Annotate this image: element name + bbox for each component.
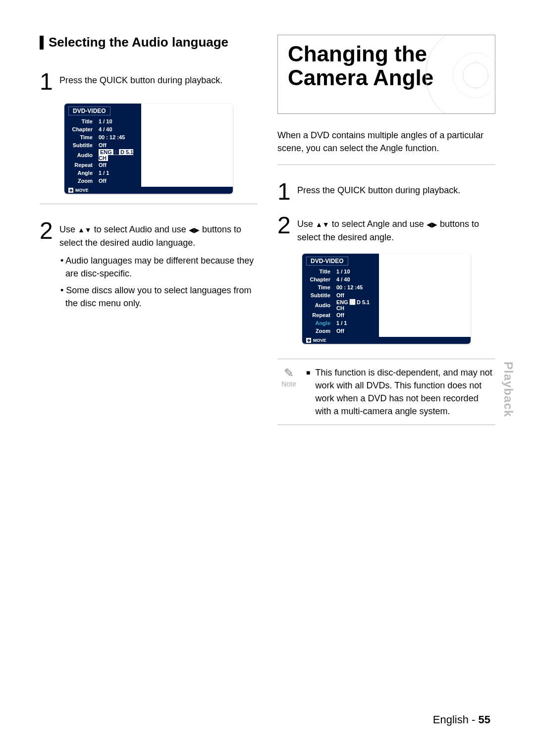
step-number: 1	[277, 180, 297, 204]
step-text-fragment: Use	[297, 219, 316, 229]
bullet-item: • Some discs allow you to select languag…	[59, 284, 258, 310]
note-body: ■ This function is disc-dependent, and m…	[306, 366, 495, 418]
two-column-layout: Selecting the Audio language 1 Press the…	[40, 35, 495, 425]
osd-row-value: Off	[96, 141, 143, 149]
osd-row: Title1 / 10	[68, 117, 143, 125]
step-2: 2 Use ▲▼ to select Audio and use ◀▶ butt…	[40, 219, 258, 314]
osd-header: DVD-VIDEO	[306, 257, 348, 266]
footer-language: English	[433, 713, 469, 726]
right-column: Changing the Camera Angle When a DVD con…	[277, 35, 495, 425]
step-text: Press the QUICK button during playback.	[297, 180, 460, 197]
bullet-text: Audio languages may be different because…	[65, 256, 254, 278]
osd-row-key: Repeat	[68, 161, 96, 169]
osd-row: Chapter4 / 40	[306, 275, 380, 283]
osd-row-key: Chapter	[306, 275, 333, 283]
step-2: 2 Use ▲▼ to select Angle and use ◀▶ butt…	[277, 214, 495, 244]
step-text-fragment: to select Audio and use	[92, 224, 189, 234]
osd-row-value: 00 : 12 :45	[333, 283, 380, 291]
bullet-item: • Audio languages may be different becau…	[59, 254, 258, 280]
osd-row: RepeatOff	[68, 161, 143, 169]
osd-row-value: ENG 🅳 D 5.1 CH	[333, 299, 380, 311]
osd-row-key: Audio	[68, 149, 96, 161]
osd-row: ZoomOff	[68, 177, 143, 185]
osd-row-value: 1 / 10	[96, 117, 143, 125]
step-number: 2	[277, 214, 297, 237]
heading-text: Selecting the Audio language	[49, 35, 228, 50]
osd-row-key: Time	[306, 283, 333, 291]
section-divider	[277, 164, 495, 165]
note-text: This function is disc-dependent, and may…	[315, 366, 495, 418]
left-column: Selecting the Audio language 1 Press the…	[40, 35, 258, 425]
pencil-note-icon: ✎	[277, 366, 300, 380]
osd-row-value: 00 : 12 :45	[96, 133, 143, 141]
intro-text: When a DVD contains multiple angles of a…	[277, 129, 495, 155]
osd-panel-angle: DVD-VIDEO Title1 / 10Chapter4 / 40Time00…	[302, 254, 471, 344]
step-text: Press the QUICK button during playback.	[59, 70, 222, 87]
up-down-arrows-icon: ▲▼	[316, 220, 329, 228]
osd-row-key: Title	[68, 117, 96, 125]
step-text: Use ▲▼ to select Angle and use ◀▶ button…	[297, 214, 495, 244]
osd-row-value: Off	[96, 161, 143, 169]
osd-move-hint: ✥ MOVE	[302, 337, 471, 344]
step-1: 1 Press the QUICK button during playback…	[40, 70, 258, 94]
disc-decoration-icon	[426, 35, 495, 114]
page-footer: English - 55	[433, 713, 490, 726]
osd-row-value: 1 / 1	[96, 169, 143, 177]
osd-row-value: 1 / 1	[333, 319, 380, 327]
page-number: 55	[479, 713, 490, 726]
osd-row: Chapter4 / 40	[68, 125, 143, 133]
osd-row: SubtitleOff	[68, 141, 143, 149]
osd-row-key: Title	[306, 268, 333, 275]
square-bullet-icon: ■	[306, 366, 310, 418]
osd-row-key: Audio	[306, 299, 333, 311]
osd-table: Title1 / 10Chapter4 / 40Time00 : 12 :45S…	[68, 117, 143, 185]
step-1: 1 Press the QUICK button during playback…	[277, 180, 495, 204]
section-tab: Playback	[501, 362, 515, 417]
osd-row-key: Subtitle	[68, 141, 96, 149]
osd-row-value: Off	[333, 311, 380, 319]
osd-move-hint: ✥ MOVE	[64, 187, 233, 194]
osd-panel-audio: DVD-VIDEO Title1 / 10Chapter4 / 40Time00…	[64, 104, 233, 194]
osd-row-key: Angle	[68, 169, 96, 177]
step-text-fragment: to select Angle and use	[329, 219, 427, 229]
osd-row-value: 4 / 40	[333, 275, 380, 283]
osd-row: AudioENG 🅳 D 5.1 CH	[306, 299, 380, 311]
osd-row-value: 4 / 40	[96, 125, 143, 133]
osd-row: Angle1 / 1	[68, 169, 143, 177]
osd-row-value: 1 / 10	[333, 268, 380, 275]
page: Selecting the Audio language 1 Press the…	[0, 0, 535, 756]
osd-row: RepeatOff	[306, 311, 380, 319]
bullet-text: Some discs allow you to select languages…	[65, 285, 252, 308]
step-text: Use ▲▼ to select Audio and use ◀▶ button…	[59, 219, 258, 314]
left-right-arrows-icon: ◀▶	[189, 226, 200, 234]
heading-accent-bar	[40, 36, 44, 50]
move-label: MOVE	[313, 338, 326, 343]
osd-row-value: Off	[333, 327, 380, 335]
osd-row: AudioENG 🅳 D 5.1 CH	[68, 149, 143, 161]
osd-row-value: Off	[96, 177, 143, 185]
osd-row-key: Time	[68, 133, 96, 141]
step-number: 1	[40, 70, 59, 94]
osd-row: SubtitleOff	[306, 291, 380, 299]
footer-sep: -	[469, 713, 479, 726]
bullet-list: • Audio languages may be different becau…	[59, 254, 258, 310]
osd-row-key: Chapter	[68, 125, 96, 133]
osd-header: DVD-VIDEO	[68, 107, 110, 115]
osd-row: ZoomOff	[306, 327, 380, 335]
section-divider	[40, 204, 258, 204]
section-subheading: Selecting the Audio language	[40, 35, 258, 50]
up-down-arrows-icon: ▲▼	[78, 226, 92, 234]
left-right-arrows-icon: ◀▶	[427, 220, 437, 228]
osd-row: Time00 : 12 :45	[68, 133, 143, 141]
note-label: Note	[277, 380, 300, 388]
osd-row: Angle1 / 1	[306, 319, 380, 327]
osd-row-key: Angle	[306, 319, 333, 327]
title-box: Changing the Camera Angle	[277, 35, 495, 114]
nav-key-icon: ✥	[68, 188, 73, 193]
step-number: 2	[40, 219, 59, 243]
osd-table: Title1 / 10Chapter4 / 40Time00 : 12 :45S…	[306, 268, 380, 335]
osd-row: Time00 : 12 :45	[306, 283, 380, 291]
osd-row: Title1 / 10	[306, 268, 380, 275]
note-block: ✎ Note ■ This function is disc-dependent…	[277, 359, 495, 425]
osd-row-key: Subtitle	[306, 291, 333, 299]
